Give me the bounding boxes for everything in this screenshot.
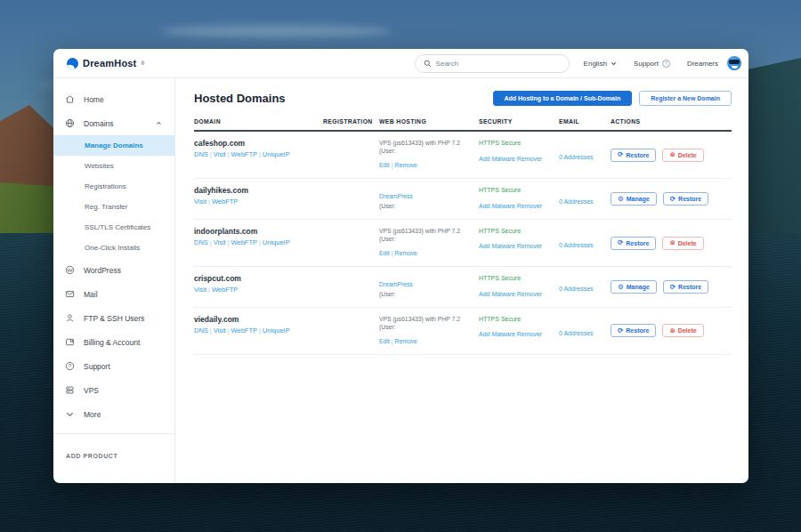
visit-link[interactable]: Visit [194, 286, 206, 294]
search-box[interactable] [415, 54, 570, 73]
visit-link[interactable]: Visit [214, 238, 226, 246]
visit-link[interactable]: Visit [214, 150, 226, 158]
visit-link[interactable]: Visit [214, 326, 226, 335]
add-malware-remover-link[interactable]: Add Malware Remover [479, 202, 542, 212]
gear-icon: ⚙ [618, 196, 624, 203]
webftp-link[interactable]: WebFTP [212, 197, 238, 206]
delete-button[interactable]: ⊗Delete [662, 237, 703, 250]
uniqueip-link[interactable]: UniqueIP [263, 238, 290, 246]
manage-button[interactable]: ⚙Manage [611, 192, 657, 206]
email-addresses-link[interactable]: 0 Addresses [559, 198, 594, 205]
link-separator: | [208, 286, 210, 293]
dreampress-link[interactable]: DreamPress [379, 192, 413, 200]
dreamhost-panel-window: DreamHost ® English Support ? [53, 49, 748, 483]
email-addresses-link[interactable]: 0 Addresses [559, 154, 594, 160]
language-menu[interactable]: English [584, 60, 617, 68]
visit-link[interactable]: Visit [194, 197, 206, 206]
email-addresses-link[interactable]: 0 Addresses [559, 330, 594, 336]
account-menu[interactable]: Dreamers [687, 56, 741, 70]
search-input[interactable] [436, 60, 561, 68]
main-content: Hosted Domains Add Hosting to a Domain /… [175, 78, 748, 483]
username-label: Dreamers [687, 60, 718, 68]
restore-button[interactable]: ⟳Restore [611, 237, 656, 250]
sidebar-item-websites[interactable]: Websites [53, 156, 174, 176]
avatar [727, 56, 741, 70]
table-header-row: DOMAIN REGISTRATION WEB HOSTING SECURITY… [194, 118, 732, 132]
language-label: English [584, 60, 607, 68]
sidebar-item-reg-transfer[interactable]: Reg. Transfer [53, 197, 174, 217]
sidebar-item-domains[interactable]: Domains [53, 111, 174, 135]
sidebar-item-mail[interactable]: Mail [53, 282, 174, 306]
add-product-link[interactable]: ADD PRODUCT [66, 453, 117, 459]
remove-link[interactable]: Remove [395, 337, 417, 345]
billing-icon [65, 337, 75, 347]
manage-button[interactable]: ⚙Manage [611, 280, 657, 294]
sidebar-item-registrations[interactable]: Registrations [53, 176, 174, 197]
sidebar-item-more[interactable]: More [53, 402, 174, 426]
delete-icon: ⊗ [669, 327, 675, 335]
sidebar-item-label: FTP & SSH Users [84, 314, 144, 323]
link-separator: | [392, 162, 393, 168]
gear-icon: ⚙ [618, 284, 624, 291]
email-addresses-link[interactable]: 0 Addresses [559, 286, 594, 292]
domain-name: crispcut.com [194, 274, 323, 283]
webftp-link[interactable]: WebFTP [231, 150, 257, 158]
sidebar-item-wordpress[interactable]: WordPress [53, 258, 174, 282]
delete-button[interactable]: ⊗Delete [662, 324, 703, 337]
remove-link[interactable]: Remove [395, 161, 417, 169]
sidebar-item-one-click[interactable]: One-Click Installs [53, 238, 174, 258]
add-malware-remover-link[interactable]: Add Malware Remover [479, 330, 542, 340]
restore-button[interactable]: ⟳Restore [611, 324, 656, 337]
webftp-link[interactable]: WebFTP [231, 238, 257, 246]
sidebar-item-manage-domains[interactable]: Manage Domains [53, 135, 174, 156]
dreamhost-logo-icon [67, 58, 78, 69]
mail-icon [65, 289, 75, 299]
brand-logo[interactable]: DreamHost ® [67, 58, 144, 69]
delete-button[interactable]: ⊗Delete [662, 149, 703, 162]
edit-link[interactable]: Edit [379, 161, 390, 169]
sidebar-item-vps[interactable]: VPS [53, 378, 174, 402]
sidebar-item-ftp-ssh-users[interactable]: FTP & SSH Users [53, 306, 174, 330]
link-separator: | [228, 151, 230, 157]
edit-link[interactable]: Edit [379, 337, 390, 345]
table-row: cafeshop.com DNS|Visit|WebFTP|UniqueIP V… [194, 132, 732, 179]
support-icon [65, 361, 75, 371]
hosting-user: (User: [379, 290, 479, 298]
dreampress-link[interactable]: DreamPress [379, 280, 413, 288]
hosting-user: (User: [379, 235, 479, 243]
support-label: Support [634, 60, 659, 68]
webftp-link[interactable]: WebFTP [212, 286, 238, 294]
restore-button[interactable]: ⟳Restore [611, 149, 656, 162]
add-malware-remover-link[interactable]: Add Malware Remover [479, 155, 542, 165]
dns-link[interactable]: DNS [194, 238, 208, 246]
sidebar-item-label: Support [84, 362, 110, 371]
email-addresses-link[interactable]: 0 Addresses [559, 242, 594, 248]
restore-button[interactable]: ⟳Restore [663, 192, 708, 206]
restore-icon: ⟳ [618, 239, 623, 246]
uniqueip-link[interactable]: UniqueIP [263, 150, 290, 158]
sidebar-item-label: Domains [84, 119, 114, 128]
webftp-link[interactable]: WebFTP [231, 326, 257, 335]
sidebar-item-label: Mail [84, 290, 98, 299]
add-malware-remover-link[interactable]: Add Malware Remover [479, 242, 542, 252]
add-hosting-button[interactable]: Add Hosting to a Domain / Sub-Domain [493, 91, 633, 106]
restore-icon: ⟳ [618, 327, 623, 335]
sidebar-item-home[interactable]: Home [53, 87, 174, 111]
uniqueip-link[interactable]: UniqueIP [263, 326, 290, 335]
dns-link[interactable]: DNS [194, 326, 208, 335]
sidebar-item-support[interactable]: Support [53, 354, 174, 378]
top-bar: DreamHost ® English Support ? [53, 49, 748, 78]
restore-button[interactable]: ⟳Restore [663, 280, 708, 294]
add-malware-remover-link[interactable]: Add Malware Remover [479, 290, 542, 300]
server-icon [65, 385, 75, 395]
hosted-domains-table: DOMAIN REGISTRATION WEB HOSTING SECURITY… [194, 118, 732, 355]
remove-link[interactable]: Remove [395, 249, 417, 257]
sidebar-item-label: Home [84, 95, 104, 104]
page-title: Hosted Domains [194, 92, 286, 105]
dns-link[interactable]: DNS [194, 150, 208, 158]
support-menu[interactable]: Support ? [634, 60, 670, 68]
register-domain-button[interactable]: Register a New Domain [639, 91, 732, 106]
edit-link[interactable]: Edit [379, 249, 390, 257]
sidebar-item-ssl-tls[interactable]: SSL/TLS Certificates [53, 217, 174, 238]
sidebar-item-billing-account[interactable]: Billing & Account [53, 330, 174, 354]
